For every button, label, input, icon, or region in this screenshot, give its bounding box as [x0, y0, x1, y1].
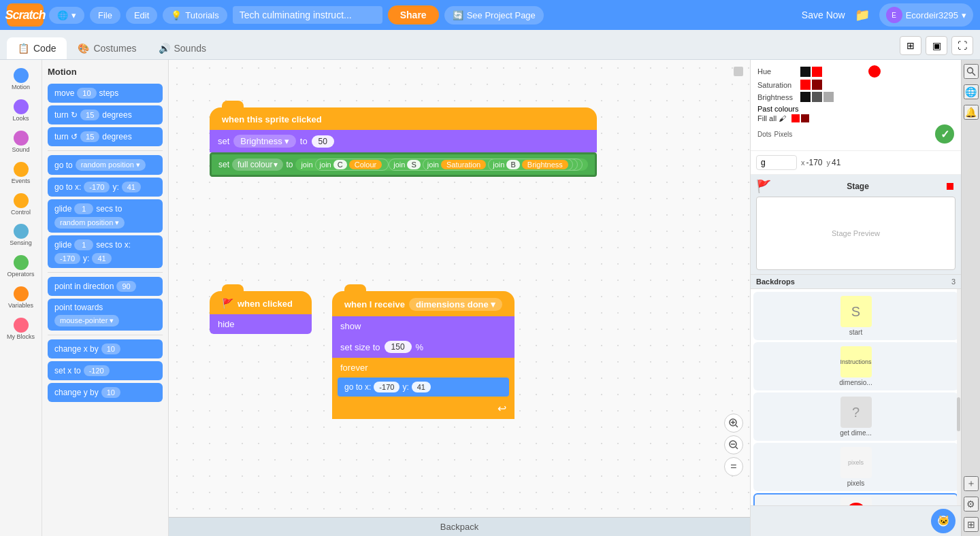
layout-split-icon[interactable]: ⊞ — [900, 36, 921, 55]
block-turn-ccw[interactable]: turn ↺ 15 degrees — [48, 127, 163, 146]
globe-sidebar-button[interactable]: 🌐 — [964, 84, 979, 99]
sidebar-item-control[interactable]: Control — [2, 190, 40, 219]
sprite-dimensions[interactable]: Instructions dimensio... — [753, 342, 958, 390]
tab-code[interactable]: 📋 Code — [7, 37, 67, 59]
hue-swatch-2[interactable] — [812, 67, 822, 77]
sidebar-item-events[interactable]: Events — [2, 159, 40, 188]
hat-flag-clicked[interactable]: 🚩 when clicked — [210, 291, 312, 314]
fullcolour-dropdown[interactable]: full colour ▾ — [232, 158, 283, 171]
sat-swatch-2[interactable] — [812, 80, 822, 90]
sidebar-item-sound[interactable]: Sound — [2, 128, 40, 156]
see-project-button[interactable]: 🔄 See Project Page — [444, 6, 544, 24]
block-goto-xy-inner[interactable]: go to x: -170 y: 41 — [338, 378, 509, 397]
block-move[interactable]: move 10 steps — [48, 84, 163, 103]
navbar: Scratch 🌐 ▾ File Edit 💡 Tutorials Share … — [0, 0, 980, 30]
divider-3 — [48, 335, 163, 335]
hat-receive[interactable]: when I receive dimensions done ▾ — [332, 291, 514, 316]
sidebar-item-operators[interactable]: Operators — [2, 252, 40, 281]
fill-swatch-2[interactable] — [801, 114, 809, 122]
notification-sidebar-button[interactable]: 🔔 — [964, 105, 979, 120]
block-change-x[interactable]: change x by 10 — [48, 339, 163, 358]
block-hide[interactable]: hide — [210, 314, 312, 334]
x-label: x — [801, 158, 805, 167]
block-goto-xy[interactable]: go to x: -170 y: 41 — [48, 178, 163, 197]
zoom-out-button[interactable] — [724, 435, 743, 454]
block-turn-cw[interactable]: turn ↻ 15 degrees — [48, 105, 163, 124]
block-setsize[interactable]: set size to 150 % — [332, 336, 514, 358]
bright-swatch-3[interactable] — [823, 92, 834, 102]
zoom-controls: = — [724, 414, 743, 476]
sidebar-item-looks[interactable]: Looks — [2, 97, 40, 125]
sidebar-item-variables[interactable]: Variables — [2, 284, 40, 312]
layout-sidebar-button[interactable]: ⊞ — [964, 517, 979, 532]
globe-icon: 🌐 — [57, 10, 68, 20]
brightness-dropdown[interactable]: Brightness ▾ — [233, 135, 295, 148]
bright-swatch-1[interactable] — [800, 92, 811, 102]
receive-dropdown[interactable]: dimensions done ▾ — [409, 298, 502, 311]
sprite-start[interactable]: S start — [753, 292, 958, 340]
save-now-button[interactable]: Save Now — [802, 10, 845, 20]
sidebar-item-myblocks[interactable]: My Blocks — [2, 315, 40, 344]
control-dot — [14, 193, 29, 208]
green-flag-btn[interactable]: 🚩 — [756, 179, 771, 194]
share-button[interactable]: Share — [388, 5, 439, 24]
brightness-value[interactable]: 50 — [312, 135, 334, 148]
sprite-getdime[interactable]: ? get dime... — [753, 392, 958, 441]
color-confirm-button[interactable]: ✓ — [935, 124, 954, 144]
user-badge[interactable]: E Ecordeir3295 ▾ — [879, 3, 973, 27]
hue-swatch-1[interactable] — [800, 67, 811, 77]
add-sprite-button[interactable]: 🐱 — [931, 509, 956, 533]
block-goto-dropdown[interactable]: go to random position ▾ — [48, 155, 163, 175]
block-point-direction[interactable]: point in direction 90 — [48, 277, 163, 296]
hat-when-sprite-clicked[interactable]: when this sprite clicked — [210, 107, 597, 130]
right-sidebar: 🌐 🔔 ＋ ⚙ ⊞ — [961, 60, 980, 536]
block-glide-xy[interactable]: glide 1 secs to x: -170 y: 41 — [48, 235, 163, 268]
settings-sidebar-button[interactable]: ⚙ — [964, 497, 979, 512]
block-point-towards[interactable]: point towards mouse-pointer ▾ — [48, 299, 163, 331]
sprites-list: S start Instructions dimensio... ? get d… — [751, 289, 961, 505]
sidebar-item-sensing[interactable]: Sensing — [2, 221, 40, 250]
backdrops-row: Backdrops 3 — [751, 275, 961, 289]
zoom-reset-button[interactable]: = — [724, 457, 743, 476]
sprite-name-input[interactable] — [756, 155, 797, 170]
block-set-x[interactable]: set x to -120 — [48, 361, 163, 380]
color-preview-circle — [868, 65, 881, 78]
file-button[interactable]: File — [90, 7, 120, 24]
stop-btn[interactable]: ⏹ — [945, 180, 956, 192]
project-name-input[interactable] — [233, 6, 382, 24]
main-layout: Motion Looks Sound Events Control Sensin… — [0, 60, 980, 536]
block-change-y[interactable]: change y by 10 — [48, 383, 163, 402]
block-set-fullcolour[interactable]: set full colour ▾ to join join C Colour … — [210, 152, 597, 177]
fill-swatch-1[interactable] — [791, 114, 800, 122]
block-glide-to[interactable]: glide 1 secs to random position ▾ — [48, 199, 163, 233]
backpack-bar[interactable]: Backpack — [169, 517, 750, 536]
tab-costumes[interactable]: 🎨 Costumes — [67, 37, 147, 59]
tab-sounds[interactable]: 🔊 Sounds — [148, 37, 217, 59]
sidebar-item-motion[interactable]: Motion — [2, 65, 40, 94]
tutorials-button[interactable]: 💡 Tutorials — [163, 7, 227, 24]
join-block-1[interactable]: join join C Colour join S join Saturatio… — [295, 158, 587, 171]
svg-text:🐱: 🐱 — [938, 516, 949, 526]
plus-sidebar-button[interactable]: ＋ — [964, 476, 979, 491]
layout-right-icon[interactable]: ▣ — [926, 36, 947, 55]
zoom-in-button[interactable] — [724, 414, 743, 433]
folder-button[interactable]: 📁 — [852, 5, 872, 25]
sprite-sprite6-thumb — [840, 497, 872, 505]
block-forever[interactable]: forever go to x: -170 y: 41 ↩ — [332, 358, 514, 419]
y-coord-box: y 41 — [827, 158, 841, 167]
block-set-brightness[interactable]: set Brightness ▾ to 50 — [210, 130, 597, 152]
block-show[interactable]: show — [332, 316, 514, 336]
block-categories: Motion Looks Sound Events Control Sensin… — [0, 60, 42, 536]
sprite-sprite6[interactable]: Sprite6 — [753, 493, 958, 505]
sprite-start-thumb: S — [840, 296, 872, 327]
layout-fullscreen-icon[interactable]: ⛶ — [951, 36, 973, 55]
edit-button[interactable]: Edit — [126, 7, 157, 24]
scratch-logo[interactable]: Scratch — [7, 3, 44, 27]
search-sidebar-button[interactable] — [964, 64, 979, 79]
sat-swatch-1[interactable] — [800, 80, 811, 90]
script-group-1: when this sprite clicked set Brightness … — [210, 107, 597, 177]
bright-swatch-2[interactable] — [812, 92, 822, 102]
globe-button[interactable]: 🌐 ▾ — [49, 7, 84, 24]
operators-dot — [14, 255, 29, 270]
sprite-pixels[interactable]: pixels pixels — [753, 443, 958, 491]
